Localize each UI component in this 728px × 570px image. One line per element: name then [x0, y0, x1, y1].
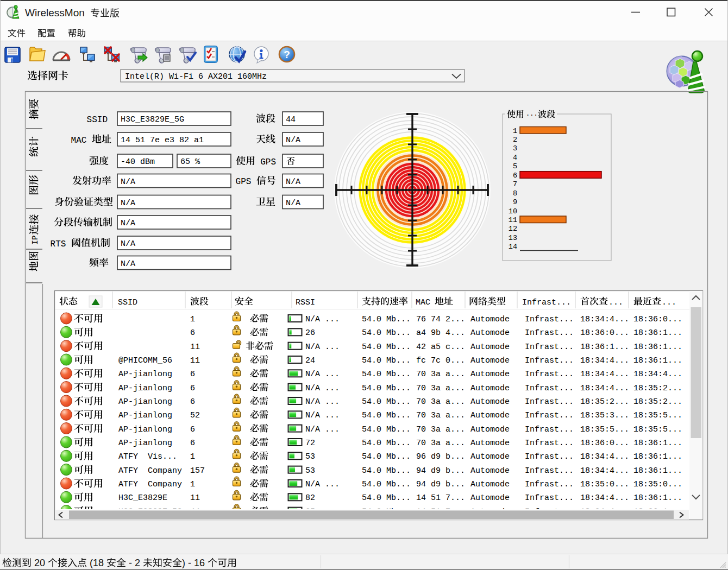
- svg-text:Automode: Automode: [470, 425, 510, 434]
- svg-text:18:34:4...: 18:34:4...: [580, 370, 629, 379]
- svg-text:54.0 Mb...: 54.0 Mb...: [362, 480, 411, 489]
- svg-text:1: 1: [190, 480, 195, 489]
- svg-text:54.0 Mb...: 54.0 Mb...: [362, 425, 411, 434]
- svg-text:70 3a a...: 70 3a a...: [416, 439, 465, 448]
- svg-text:WirelessMon: WirelessMon: [25, 7, 85, 18]
- svg-text:14 51 7e e3 82 a1: 14 51 7e e3 82 a1: [121, 136, 204, 145]
- svg-text:Infrast...: Infrast...: [525, 466, 574, 476]
- svg-text:AP-jianlong: AP-jianlong: [118, 397, 172, 407]
- svg-text:Automode: Automode: [470, 480, 510, 489]
- svg-text:) - 16: ) - 16: [182, 558, 208, 568]
- svg-text:44: 44: [286, 115, 296, 124]
- svg-text:18:35:5...: 18:35:5...: [633, 411, 682, 420]
- svg-text:SSID: SSID: [87, 115, 108, 125]
- svg-text:54.0 Mb...: 54.0 Mb...: [362, 466, 411, 476]
- svg-text:Infrast...: Infrast...: [525, 370, 574, 379]
- svg-text:18:34:4...: 18:34:4...: [580, 315, 629, 324]
- svg-text:Automode: Automode: [470, 315, 510, 324]
- svg-text:5: 5: [513, 162, 517, 170]
- svg-text:N/A ...: N/A ...: [305, 425, 340, 434]
- svg-text:Infrast...: Infrast...: [525, 493, 574, 503]
- svg-text:18:35:0...: 18:35:0...: [580, 480, 629, 489]
- svg-text:54.0 Mb...: 54.0 Mb...: [362, 411, 411, 420]
- svg-text:N/A: N/A: [121, 199, 135, 208]
- svg-text:10: 10: [509, 207, 517, 216]
- svg-text:AP-jianlong: AP-jianlong: [118, 411, 172, 420]
- svg-text:ATFY Vis...: ATFY Vis...: [118, 452, 177, 461]
- svg-text:Automode: Automode: [470, 397, 510, 407]
- svg-text:RSSI: RSSI: [296, 298, 315, 307]
- svg-text:6: 6: [190, 370, 195, 379]
- svg-text:H3C_E3829E_5G: H3C_E3829E_5G: [121, 115, 184, 124]
- svg-text:54.0 Mb...: 54.0 Mb...: [362, 356, 411, 365]
- svg-text:18:36:1...: 18:36:1...: [633, 356, 682, 365]
- svg-text:N/A ...: N/A ...: [305, 411, 340, 420]
- svg-text:70 3a a...: 70 3a a...: [416, 425, 465, 434]
- svg-text:54.0 Mb...: 54.0 Mb...: [362, 439, 411, 448]
- svg-text:52: 52: [190, 411, 200, 420]
- svg-text:54.0 Mb...: 54.0 Mb...: [362, 315, 411, 324]
- svg-text:6: 6: [190, 384, 195, 393]
- svg-text:MAC: MAC: [416, 298, 430, 307]
- svg-text:N/A ...: N/A ...: [305, 315, 340, 324]
- svg-text:11: 11: [509, 216, 517, 224]
- svg-text:Automode: Automode: [470, 370, 510, 379]
- svg-text:11: 11: [190, 356, 200, 365]
- svg-text:...: ...: [662, 298, 676, 307]
- svg-text:GPS: GPS: [236, 177, 256, 187]
- svg-text:18:35:0...: 18:35:0...: [633, 480, 682, 489]
- svg-text:N/A ...: N/A ...: [305, 343, 340, 352]
- svg-text:54.0 Mb...: 54.0 Mb...: [362, 452, 411, 461]
- svg-text:157: 157: [190, 466, 205, 476]
- svg-text:18:36:1...: 18:36:1...: [633, 328, 682, 338]
- svg-text:11: 11: [190, 343, 200, 352]
- svg-text:54.0 Mb...: 54.0 Mb...: [362, 397, 411, 407]
- svg-text:N/A: N/A: [121, 259, 135, 269]
- svg-text:Intel(R) Wi-Fi 6 AX201 160MHz: Intel(R) Wi-Fi 6 AX201 160MHz: [125, 72, 267, 81]
- svg-text:54.0 Mb...: 54.0 Mb...: [362, 493, 411, 503]
- svg-text:Automode: Automode: [470, 466, 510, 476]
- svg-text:65 %: 65 %: [180, 157, 200, 167]
- svg-text:13: 13: [509, 234, 517, 242]
- svg-text:Infrast...: Infrast...: [525, 315, 574, 324]
- svg-text:...: ...: [526, 110, 538, 118]
- svg-text:- 2: - 2: [126, 558, 143, 568]
- svg-text:70 3a a...: 70 3a a...: [416, 397, 465, 407]
- svg-text:N/A ...: N/A ...: [305, 370, 340, 379]
- svg-text:18:36:1...: 18:36:1...: [633, 343, 682, 352]
- svg-text:N/A: N/A: [286, 199, 300, 208]
- svg-text:18:35:2...: 18:35:2...: [633, 397, 682, 407]
- svg-text:4: 4: [513, 154, 517, 162]
- svg-text:-40 dBm: -40 dBm: [121, 157, 155, 167]
- svg-text:IP: IP: [31, 236, 40, 245]
- svg-text:6: 6: [513, 172, 517, 180]
- svg-text:fc 7c 0...: fc 7c 0...: [416, 356, 465, 365]
- svg-text:24: 24: [305, 356, 315, 365]
- svg-text:Infrast...: Infrast...: [525, 411, 574, 420]
- svg-text:7: 7: [513, 180, 517, 188]
- svg-text:18:36:1...: 18:36:1...: [633, 493, 682, 503]
- svg-text:6: 6: [190, 439, 195, 448]
- svg-text:9: 9: [513, 198, 517, 206]
- svg-text:Infrast...: Infrast...: [525, 397, 574, 407]
- svg-text:N/A ...: N/A ...: [305, 397, 340, 407]
- svg-text:96 d9 b...: 96 d9 b...: [416, 452, 465, 461]
- svg-text:54.0 Mb...: 54.0 Mb...: [362, 343, 411, 352]
- svg-text:18:35:5...: 18:35:5...: [633, 425, 682, 434]
- svg-text:76 74 2...: 76 74 2...: [416, 315, 465, 324]
- svg-text:Automode: Automode: [470, 493, 510, 503]
- svg-text:Automode: Automode: [470, 452, 510, 461]
- svg-text:18:36:1...: 18:36:1...: [633, 452, 682, 461]
- svg-text:Automode: Automode: [470, 439, 510, 448]
- svg-text:N/A: N/A: [286, 178, 300, 187]
- svg-text:14 51 7...: 14 51 7...: [416, 493, 465, 503]
- svg-text:18:34:4...: 18:34:4...: [580, 384, 629, 393]
- svg-text:53: 53: [305, 452, 315, 461]
- svg-text:70 3a a...: 70 3a a...: [416, 370, 465, 379]
- svg-text:H3C_E3829E: H3C_E3829E: [118, 493, 167, 503]
- svg-text:18:36:1...: 18:36:1...: [580, 343, 629, 352]
- svg-text:MAC: MAC: [71, 136, 92, 145]
- svg-text:Infrast...: Infrast...: [525, 343, 574, 352]
- svg-text:Automode: Automode: [470, 384, 510, 393]
- svg-text:Infrast...: Infrast...: [525, 328, 574, 338]
